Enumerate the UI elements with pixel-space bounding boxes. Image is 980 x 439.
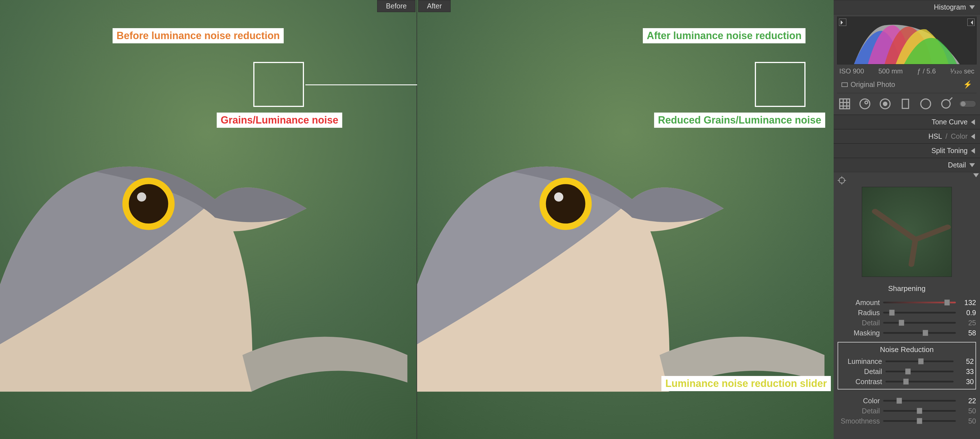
hsl-title: HSL [929, 132, 942, 140]
slider-label: Smoothness [838, 417, 880, 425]
slider-label: Luminance [840, 357, 882, 366]
split-toning-title: Split Toning [931, 146, 967, 155]
after-pane[interactable]: After After luminance noise reduction Re… [417, 0, 834, 439]
slider-track[interactable] [883, 322, 956, 324]
slider-value[interactable]: 58 [959, 329, 976, 337]
panel-switch[interactable] [959, 100, 976, 107]
chevron-left-icon [971, 148, 975, 154]
histogram-block: ISO 900 500 mm ƒ / 5.6 ¹⁄₃₂₀ sec Origina… [834, 14, 980, 93]
annotation-reduced-grains: Reduced Grains/Luminance noise [654, 113, 825, 128]
detail-preview[interactable] [862, 187, 952, 277]
slider-thumb[interactable] [918, 358, 924, 364]
slider-thumb[interactable] [917, 408, 922, 414]
svg-line-18 [950, 98, 952, 100]
slider-value[interactable]: 25 [959, 319, 976, 327]
noise-reduction-sliders: Luminance52Detail33Contrast30 [840, 356, 974, 387]
detail-title: Detail [948, 161, 966, 169]
spot-tool-icon[interactable] [858, 98, 872, 110]
colornoise-row-smoothness: Smoothness50 [838, 416, 976, 426]
sharpening-sliders: Amount132Radius0.9Detail25Masking58 [838, 297, 976, 338]
slider-track[interactable] [883, 332, 956, 334]
histogram-title: Histogram [934, 3, 966, 11]
app-root: Before Before luminance noise reduction … [0, 0, 980, 439]
develop-panel: Histogram ISO 900 500 mm ƒ / 5.6 [834, 0, 980, 439]
svg-point-17 [942, 100, 950, 108]
colornoise-row-detail: Detail50 [838, 406, 976, 416]
redeye-tool-icon[interactable] [878, 98, 892, 110]
detail-body: Sharpening Amount132Radius0.9Detail25Mas… [834, 172, 980, 432]
tone-curve-header[interactable]: Tone Curve [834, 115, 980, 129]
crop-tool-icon[interactable] [838, 98, 852, 110]
slider-label: Detail [840, 367, 882, 376]
sharpening-row-radius: Radius0.9 [838, 308, 976, 318]
meta-focal: 500 mm [878, 67, 903, 75]
rectangle-icon [842, 83, 848, 87]
slider-thumb[interactable] [917, 418, 922, 424]
slider-thumb[interactable] [944, 299, 950, 305]
compare-viewer: Before Before luminance noise reduction … [0, 0, 834, 439]
noise-reduction-group: Noise Reduction Luminance52Detail33Contr… [838, 342, 976, 390]
slider-track[interactable] [885, 371, 953, 372]
slider-value[interactable]: 52 [957, 357, 974, 366]
local-tools-row [834, 93, 980, 115]
slider-thumb[interactable] [889, 310, 895, 316]
split-toning-header[interactable]: Split Toning [834, 143, 980, 158]
brush-tool-icon[interactable] [939, 98, 953, 110]
slider-track[interactable] [883, 420, 956, 422]
detail-header[interactable]: Detail [834, 158, 980, 172]
slider-value[interactable]: 50 [959, 407, 976, 415]
sharpening-title: Sharpening [838, 284, 976, 293]
slider-label: Amount [838, 299, 880, 307]
slider-track[interactable] [883, 312, 956, 313]
slider-thumb[interactable] [923, 330, 928, 336]
meta-aperture: ƒ / 5.6 [917, 67, 936, 75]
chevron-down-icon [969, 163, 975, 167]
slider-track[interactable] [883, 302, 956, 303]
noise-sample-box-before [253, 62, 304, 107]
gradient-tool-icon[interactable] [898, 98, 912, 110]
svg-point-16 [921, 99, 931, 109]
before-tab[interactable]: Before [377, 0, 415, 12]
slider-value[interactable]: 33 [957, 367, 974, 376]
histogram-canvas[interactable] [837, 17, 977, 64]
radial-tool-icon[interactable] [919, 98, 933, 110]
svg-point-2 [137, 192, 146, 202]
slider-track[interactable] [883, 400, 956, 402]
chevron-left-icon [971, 134, 975, 139]
slider-track[interactable] [885, 381, 953, 382]
original-photo-label: Original Photo [842, 81, 895, 89]
slider-track[interactable] [885, 361, 953, 362]
slider-track[interactable] [883, 410, 956, 412]
slider-label: Color [838, 397, 880, 405]
noise-sample-box-after [755, 62, 805, 107]
slider-thumb[interactable] [903, 379, 909, 385]
slider-thumb[interactable] [899, 320, 904, 326]
tone-curve-title: Tone Curve [932, 118, 967, 126]
annotation-before-title: Before luminance noise reduction [113, 28, 284, 43]
svg-point-11 [860, 99, 870, 109]
hsl-color-header[interactable]: HSL / Color [834, 129, 980, 143]
slider-label: Radius [838, 309, 880, 317]
original-photo-row[interactable]: Original Photo ⚡ [837, 78, 977, 93]
chevron-left-icon [971, 119, 975, 125]
annotation-grains: Grains/Luminance noise [217, 113, 342, 128]
after-tab[interactable]: After [418, 0, 450, 12]
slider-thumb[interactable] [896, 398, 902, 404]
target-icon[interactable] [838, 176, 846, 185]
bolt-icon[interactable]: ⚡ [963, 80, 972, 89]
noise-reduction-title: Noise Reduction [840, 345, 974, 354]
slider-label: Detail [838, 319, 880, 327]
slider-value[interactable]: 22 [959, 397, 976, 405]
slider-thumb[interactable] [905, 368, 911, 375]
exposure-metadata: ISO 900 500 mm ƒ / 5.6 ¹⁄₃₂₀ sec [837, 64, 977, 78]
slider-value[interactable]: 30 [957, 378, 974, 386]
chevron-down-icon [969, 5, 975, 9]
svg-point-5 [554, 192, 563, 202]
before-pane[interactable]: Before Before luminance noise reduction … [0, 0, 417, 439]
histogram-header[interactable]: Histogram [834, 0, 980, 14]
slider-value[interactable]: 0.9 [959, 309, 976, 317]
disclosure-icon[interactable] [973, 173, 979, 177]
slider-value[interactable]: 132 [959, 299, 976, 307]
noise-row-contrast: Contrast30 [840, 377, 974, 387]
slider-value[interactable]: 50 [959, 417, 976, 425]
